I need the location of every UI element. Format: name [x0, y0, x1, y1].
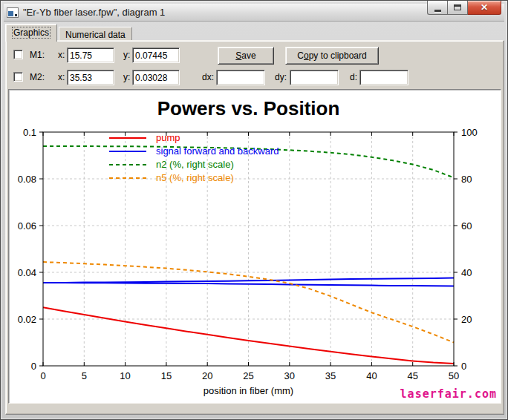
watermark: laserfair.com	[400, 387, 497, 401]
dy-field[interactable]	[290, 70, 339, 85]
legend-label: pump	[156, 132, 180, 143]
legend-label: n2 (%, right scale)	[156, 159, 234, 170]
d-label: d:	[350, 72, 357, 82]
dx-label: dx:	[202, 72, 214, 82]
m1-x-label: x:	[58, 50, 65, 60]
save-button[interactable]: Save	[218, 47, 274, 65]
left-axis-label: 0.08	[18, 174, 36, 185]
right-axis-label: 0	[461, 361, 466, 372]
m1-y-label: y:	[123, 50, 130, 60]
tab-numerical-data[interactable]: Numerical data	[59, 27, 132, 42]
tab-numerical-data-label: Numerical data	[65, 30, 126, 40]
copy-to-clipboard-button[interactable]: Copy to clipboard	[285, 47, 379, 65]
left-axis-label: 0	[31, 361, 36, 372]
chart-title: Powers vs. Position	[157, 97, 340, 119]
left-axis-label: 0.06	[18, 220, 36, 232]
x-axis-label: 40	[366, 370, 377, 381]
graphics-tab-page: M1: x: y: Save Copy to clipboard M2: x: …	[5, 40, 504, 415]
powers-vs-position-chart[interactable]: 00.020.040.060.080.102040608010005101520…	[9, 90, 499, 401]
x-axis-label: 35	[325, 370, 336, 381]
window-icon	[7, 7, 19, 18]
minimize-button[interactable]	[427, 1, 447, 15]
close-icon: ✕	[481, 3, 488, 12]
gridlines	[43, 132, 454, 366]
m2-y-label: y:	[123, 72, 130, 82]
x-axis-label: 45	[407, 370, 417, 381]
tab-graphics[interactable]: Graphics	[5, 24, 57, 42]
right-axis-label: 20	[461, 314, 472, 325]
x-axis-title: position in fiber (mm)	[203, 385, 293, 396]
window-title: "Er-Yb fiber laser.fpw", diagram 1	[23, 7, 165, 18]
left-axis-label: 0.1	[23, 127, 36, 138]
chart-panel: 00.020.040.060.080.102040608010005101520…	[8, 89, 501, 404]
x-axis-label: 50	[449, 370, 459, 381]
maximize-button[interactable]	[447, 1, 468, 15]
x-axis-label: 5	[82, 370, 87, 381]
x-axis-label: 0	[40, 370, 45, 381]
right-axis-label: 80	[461, 174, 472, 185]
legend-label: signal forward and backward	[156, 145, 279, 157]
dy-label: dy:	[275, 72, 287, 82]
m2-x-label: x:	[58, 72, 65, 82]
m1-y-field[interactable]	[132, 47, 180, 63]
m2-x-field[interactable]	[67, 70, 114, 85]
x-axis-label: 20	[202, 370, 212, 381]
maximize-icon	[454, 4, 461, 10]
m2-checkbox[interactable]	[13, 72, 23, 82]
right-axis-label: 60	[461, 220, 472, 232]
m1-label: M1:	[30, 50, 45, 60]
x-axis-label: 30	[284, 370, 295, 381]
dx-field[interactable]	[216, 70, 265, 85]
tab-graphics-label: Graphics	[13, 27, 50, 38]
m1-x-field[interactable]	[67, 47, 114, 63]
legend-label: n5 (%, right scale)	[156, 172, 234, 183]
left-axis-label: 0.02	[18, 314, 36, 325]
right-axis-label: 100	[461, 127, 478, 138]
right-axis-label: 40	[461, 267, 472, 278]
series-signal-forward-and-backward	[43, 278, 454, 283]
m1-checkbox[interactable]	[13, 50, 23, 59]
m2-label: M2:	[30, 72, 45, 82]
window-buttons: ✕	[427, 1, 501, 15]
x-axis-label: 25	[243, 370, 253, 381]
tab-strip: Graphics Numerical data	[5, 24, 134, 40]
minimize-icon	[434, 10, 441, 12]
d-field[interactable]	[359, 70, 408, 85]
left-axis-label: 0.04	[18, 267, 36, 278]
x-axis-label: 15	[161, 370, 172, 381]
m2-y-field[interactable]	[132, 70, 180, 85]
x-axis-label: 10	[120, 370, 130, 381]
app-window: "Er-Yb fiber laser.fpw", diagram 1 ✕ Gra…	[0, 0, 508, 420]
close-button[interactable]: ✕	[468, 1, 501, 15]
